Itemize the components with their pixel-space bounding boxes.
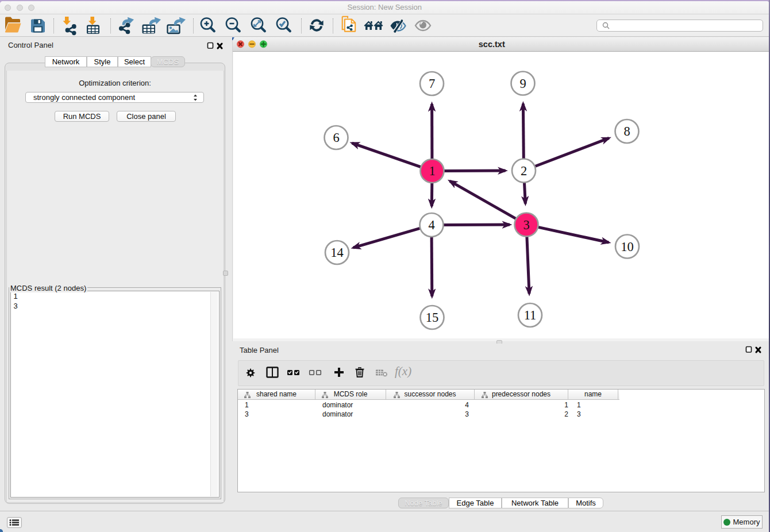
svg-text:6: 6 [333, 130, 339, 145]
svg-text:8: 8 [623, 124, 630, 138]
svg-text:14: 14 [330, 245, 344, 260]
svg-text:10: 10 [621, 240, 634, 254]
svg-text:1: 1 [429, 164, 435, 178]
svg-text:9: 9 [519, 76, 526, 91]
svg-text:11: 11 [524, 308, 537, 322]
svg-text:15: 15 [426, 310, 439, 325]
svg-text:7: 7 [429, 76, 435, 91]
svg-text:2: 2 [521, 164, 527, 178]
svg-text:3: 3 [523, 218, 529, 232]
svg-text:4: 4 [428, 218, 434, 232]
